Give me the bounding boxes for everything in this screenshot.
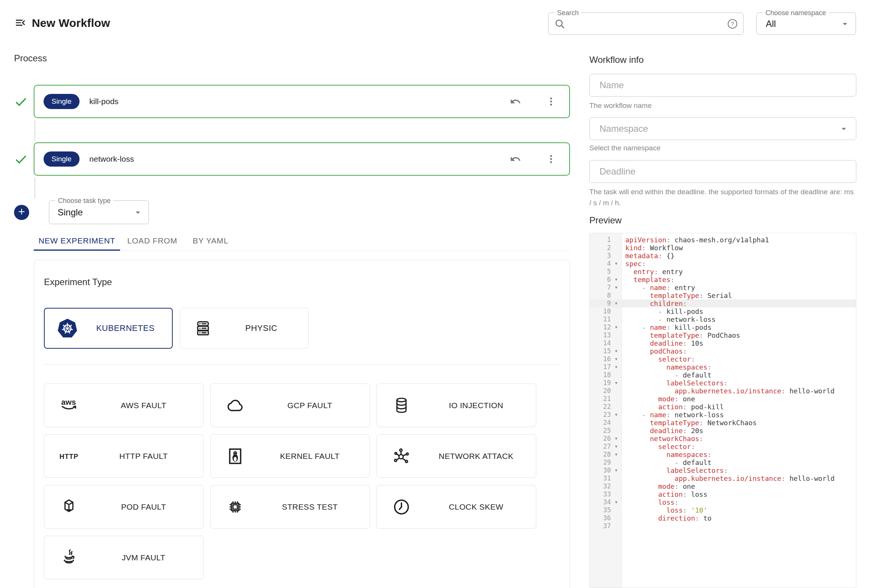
fold-marker-icon: ▾ [611, 276, 622, 284]
yaml-line-text: templateType: Serial [622, 292, 732, 299]
undo-button[interactable] [506, 92, 525, 111]
line-number: 13 [590, 331, 611, 339]
yaml-line: 32 mode: one [590, 482, 856, 490]
experiment-kind-card[interactable]: JVM FAULT [44, 536, 204, 579]
clock-icon [377, 498, 426, 516]
workflow-deadline-input[interactable] [599, 166, 847, 177]
yaml-line: 12▾ - name: kill-pods [590, 323, 856, 331]
line-number: 3 [590, 252, 611, 260]
task-type-select[interactable]: Choose task type Single [49, 200, 149, 224]
experiment-kind-card[interactable]: STRESS TEST [210, 485, 370, 529]
yaml-line-text: deadline: 10s [622, 339, 703, 347]
line-number: 20 [590, 387, 611, 395]
task-type-badge: Single [44, 151, 80, 167]
experiment-kind-label: HTTP FAULT [94, 452, 194, 461]
experiment-kind-card[interactable]: POD FAULT [44, 485, 204, 529]
experiment-type-kubernetes[interactable]: KUBERNETES [44, 308, 173, 349]
task-card[interactable]: Singlenetwork-loss [34, 142, 570, 176]
yaml-line: 1apiVersion: chaos-mesh.org/v1alpha1 [590, 236, 856, 244]
preview-heading: Preview [589, 215, 856, 226]
line-number: 32 [590, 482, 611, 490]
task-row: Singlekill-pods [14, 85, 570, 118]
workflow-namespace-select[interactable] [589, 117, 856, 140]
fold-marker-icon: ▾ [611, 435, 622, 443]
experiment-type-physic[interactable]: PHYSIC [180, 308, 309, 349]
tab-new-experiment[interactable]: NEW EXPERIMENT [34, 232, 120, 250]
yaml-line-text: mode: one [622, 482, 695, 490]
workflow-namespace-helper: Select the namespace [589, 144, 856, 152]
stress-icon [211, 498, 260, 516]
experiment-kind-card[interactable]: NETWORK ATTACK [376, 434, 536, 478]
line-number: 18 [590, 371, 611, 379]
yaml-line-text: action: pod-kill [622, 403, 724, 411]
fold-marker-icon: ▾ [611, 299, 622, 307]
experiment-kind-card[interactable]: CLOCK SKEW [376, 485, 536, 529]
yaml-line: 22 action: pod-kill [590, 403, 856, 411]
line-number: 34 [590, 498, 611, 506]
line-number: 28 [590, 451, 611, 459]
line-number: 12 [590, 323, 611, 331]
experiment-kind-card[interactable]: GCP FAULT [210, 384, 370, 427]
task-connector [34, 120, 35, 141]
line-number: 27 [590, 443, 611, 451]
fold-marker-icon: ▾ [611, 260, 622, 268]
experiment-kind-card[interactable]: KERNEL FAULT [210, 434, 370, 478]
chevron-down-icon [839, 123, 849, 134]
new-workflow-page: New Workflow Search ? Choose namespace A… [0, 0, 887, 588]
task-card[interactable]: Singlekill-pods [34, 85, 570, 118]
workflow-name-input[interactable] [599, 80, 847, 91]
experiment-kind-card[interactable]: HTTPHTTP FAULT [44, 434, 204, 478]
add-task-button[interactable] [14, 205, 29, 220]
yaml-line: 27▾ selector: [590, 443, 856, 451]
workflow-namespace-input[interactable] [599, 123, 829, 134]
search-icon [553, 17, 567, 31]
yaml-line-text: apiVersion: chaos-mesh.org/v1alpha1 [622, 236, 769, 244]
line-number: 29 [590, 459, 611, 466]
line-number: 1 [590, 236, 611, 244]
experiment-kind-label: POD FAULT [94, 502, 194, 512]
yaml-preview-editor[interactable]: 1apiVersion: chaos-mesh.org/v1alpha12kin… [589, 233, 856, 588]
process-heading: Process [14, 53, 47, 64]
workflow-name-helper: The workflow name [589, 101, 856, 110]
svg-text:HTTP: HTTP [59, 452, 78, 460]
yaml-line-text: action: loss [622, 490, 707, 498]
task-row: Singlenetwork-loss [14, 142, 570, 176]
yaml-line: 10 - kill-pods [590, 307, 856, 315]
yaml-line: 30▾ labelSelectors: [590, 466, 856, 474]
tab-by-yaml[interactable]: BY YAML [184, 232, 237, 250]
yaml-line-text: namespaces: [622, 363, 712, 371]
yaml-line: 23▾ - name: network-loss [590, 411, 856, 419]
yaml-line-text: children: [622, 299, 687, 307]
yaml-line-text: labelSelectors: [622, 466, 728, 474]
workflow-deadline-helper: The task will end within the deadline. t… [589, 186, 856, 208]
line-number: 16 [590, 355, 611, 363]
yaml-line: 29 - default [590, 459, 856, 466]
undo-button[interactable] [506, 149, 525, 169]
yaml-line-text: mode: one [622, 395, 695, 403]
yaml-line: 14 deadline: 10s [590, 339, 856, 347]
yaml-line-text: podChaos: [622, 347, 687, 355]
sidebar-toggle-button[interactable] [13, 16, 28, 31]
yaml-line-text: - name: network-loss [622, 411, 724, 419]
yaml-line-text: templates: [622, 276, 675, 284]
experiment-kind-label: NETWORK ATTACK [426, 452, 526, 461]
network-icon [377, 447, 426, 466]
yaml-line-text: deadline: 20s [622, 427, 703, 435]
jvm-icon [44, 548, 94, 567]
yaml-line: 35 loss: '10' [590, 506, 856, 514]
tab-load-from[interactable]: LOAD FROM [121, 232, 184, 250]
check-icon [14, 142, 28, 176]
experiment-kind-card[interactable]: awsAWS FAULT [44, 384, 204, 427]
yaml-line: 24 templateType: NetworkChaos [590, 419, 856, 427]
fold-marker-icon: ▾ [611, 379, 622, 387]
line-number: 23 [590, 411, 611, 419]
tabs-divider [34, 251, 570, 251]
yaml-line: 34▾ loss: [590, 498, 856, 506]
task-menu-button[interactable] [541, 92, 561, 111]
yaml-line: 13 templateType: PodChaos [590, 331, 856, 339]
task-menu-button[interactable] [541, 149, 561, 169]
yaml-line-text: app.kubernetes.io/instance: hello-world [622, 387, 835, 395]
page-title: New Workflow [32, 17, 110, 30]
experiment-kind-card[interactable]: IO INJECTION [376, 384, 536, 427]
experiment-kind-label: KERNEL FAULT [260, 452, 360, 461]
